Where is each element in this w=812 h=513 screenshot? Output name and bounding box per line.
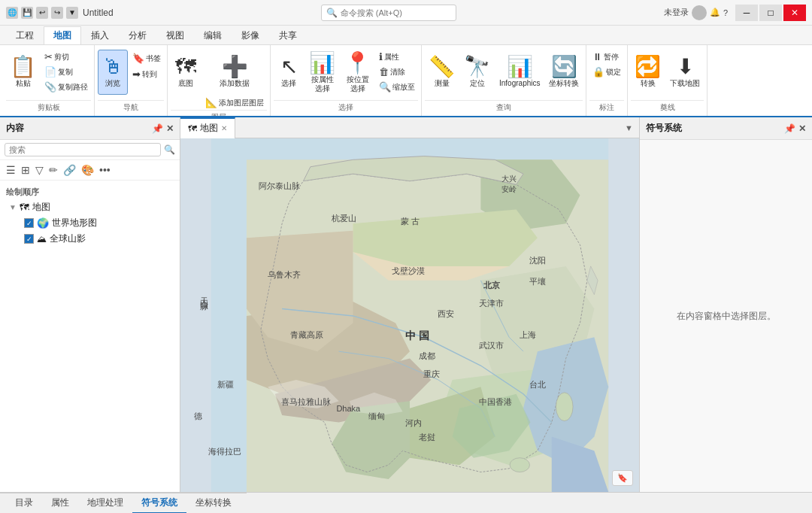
navigation-content: 🖱 浏览 🔖书签 ➡转到	[98, 47, 164, 100]
convert-label: 奠线	[631, 100, 704, 114]
close-button[interactable]: ✕	[783, 5, 806, 21]
map-tab-label: 地图	[200, 122, 218, 135]
link-icon[interactable]: 🔗	[62, 162, 77, 178]
color-icon[interactable]: 🎨	[80, 162, 95, 178]
copy-path-button[interactable]: 📎复制路径	[41, 80, 91, 94]
copy-icon: 📄	[44, 66, 56, 77]
convert-content: 🔁 转换 ⬇ 下载地图	[631, 47, 704, 100]
add-layer-button[interactable]: 📐添加图层图层	[202, 96, 267, 110]
symbol-pin-icon[interactable]: 📌	[784, 123, 795, 134]
tree-item-world-topo[interactable]: ✓ 🌍 世界地形图	[21, 215, 174, 231]
tab-analysis[interactable]: 分析	[119, 26, 156, 44]
tab-share[interactable]: 共享	[269, 26, 307, 44]
bottom-area: 目录 属性 地理处理 符号系统 坐标转换	[0, 492, 812, 513]
content-panel-header: 内容 📌 ✕	[0, 117, 180, 140]
tab-map[interactable]: 地图	[44, 26, 81, 44]
more-icon[interactable]: ▼	[66, 7, 78, 19]
svg-point-1	[556, 393, 573, 421]
infographics-icon: 📊	[507, 56, 533, 77]
list-view-icon[interactable]: ☰	[5, 162, 17, 178]
content-search-icon[interactable]: 🔍	[164, 144, 175, 155]
help-icon[interactable]: ?	[723, 8, 728, 17]
copy-button[interactable]: 📄复制	[41, 65, 91, 79]
tab-insert[interactable]: 插入	[81, 26, 119, 44]
app-logo-icon: 🌐	[6, 7, 18, 19]
selection-col: ℹ属性 🗑清除 🔍缩放至	[376, 50, 418, 94]
layer-label: 图层	[171, 110, 267, 117]
redo-icon[interactable]: ↪	[51, 7, 63, 19]
filter-icon[interactable]: ▽	[34, 162, 45, 178]
paste-icon: 📋	[10, 56, 36, 77]
measure-button[interactable]: 📏 测量	[425, 50, 459, 95]
annotation-label: 标注	[589, 100, 624, 114]
minimize-button[interactable]: ─	[735, 5, 758, 21]
basemap-button[interactable]: 🗺 底图	[171, 50, 201, 95]
panel-close-icon[interactable]: ✕	[166, 123, 174, 134]
select-button[interactable]: ↖ 选择	[274, 50, 304, 95]
tab-imagery[interactable]: 影像	[232, 26, 269, 44]
browse-button[interactable]: 🖱 浏览	[98, 50, 128, 95]
tab-project[interactable]: 工程	[6, 26, 44, 44]
add-data-button[interactable]: ➕ 添加数据	[202, 50, 267, 95]
save-icon[interactable]: 💾	[21, 7, 33, 19]
bottom-tabs-row: 目录 属性 地理处理 符号系统 坐标转换	[0, 493, 812, 513]
clipboard-label: 剪贴板	[6, 100, 91, 114]
dots-icon[interactable]: •••	[98, 162, 112, 178]
bottom-tab-attributes[interactable]: 属性	[42, 493, 78, 513]
paste-button[interactable]: 📋 粘贴	[6, 50, 40, 95]
command-search-input[interactable]	[341, 8, 446, 17]
goto-button[interactable]: ➡转到	[129, 67, 164, 81]
global-hillshade-checkbox[interactable]: ✓	[24, 234, 34, 244]
cut-button[interactable]: ✂剪切	[41, 50, 91, 64]
tab-edit[interactable]: 编辑	[194, 26, 232, 44]
tree-item-map-label: 地图	[32, 201, 50, 214]
ribbon-toolbar: 📋 粘贴 ✂剪切 📄复制 📎复制路径 剪贴板 🖱 浏览 🔖书签 ➡转到	[0, 45, 812, 117]
content-panel-title: 内容	[6, 122, 24, 135]
symbol-close-icon[interactable]: ✕	[798, 123, 806, 134]
infographics-button[interactable]: 📊 Infographics	[495, 50, 544, 95]
properties-button[interactable]: ℹ属性	[376, 50, 418, 64]
map-tab-icon: 🗺	[188, 123, 197, 134]
pause-button[interactable]: ⏸暂停	[589, 50, 624, 64]
tree-item-map[interactable]: ▼ 🗺 地图	[6, 199, 174, 215]
map-tab[interactable]: 🗺 地图 ✕	[180, 117, 235, 138]
lock-button[interactable]: 🔒锁定	[589, 65, 624, 79]
map-tab-close-icon[interactable]: ✕	[221, 124, 227, 132]
cut-icon: ✂	[44, 51, 53, 62]
bottom-tab-symbols[interactable]: 符号系统	[132, 493, 186, 513]
command-search-box[interactable]: 🔍	[321, 5, 456, 21]
zoom-selected-button[interactable]: 🔍缩放至	[376, 80, 418, 94]
lock-icon: 🔒	[592, 66, 604, 77]
map-view[interactable]: 阿尔泰山脉 大兴安岭 杭爱山 蒙 古 天山山脉 乌鲁木齐 戈壁沙漠 沈阳 北京 …	[180, 138, 639, 492]
notification-icon[interactable]: 🔔	[710, 8, 720, 17]
clear-button[interactable]: 🗑清除	[376, 65, 418, 79]
pin-icon[interactable]: 📌	[152, 123, 163, 134]
maximize-button[interactable]: □	[759, 5, 782, 21]
map-tab-dropdown[interactable]: ▼	[625, 123, 639, 132]
coord-convert-button[interactable]: 🔄 坐标转换	[545, 50, 583, 95]
symbol-panel-content: 在内容窗格中选择图层。	[640, 140, 812, 492]
window-title: Untitled	[83, 8, 114, 18]
locate-button[interactable]: 🔭 定位	[460, 50, 494, 95]
loc-select-button[interactable]: 📍 按位置选择	[341, 50, 374, 96]
bookmark-button[interactable]: 🔖书签	[129, 51, 164, 65]
bottom-tab-coord-convert[interactable]: 坐标转换	[186, 493, 241, 513]
content-search-input[interactable]	[5, 143, 161, 156]
bottom-tab-catalog[interactable]: 目录	[6, 493, 42, 513]
attr-select-button[interactable]: 📊 按属性选择	[305, 50, 339, 96]
map-folder-icon: 🗺	[20, 202, 29, 213]
bottom-tab-geoprocessing[interactable]: 地理处理	[78, 493, 132, 513]
login-button[interactable]: 未登录 🔔 ?	[664, 5, 728, 20]
world-topo-checkbox[interactable]: ✓	[24, 218, 34, 228]
map-bookmark-icon[interactable]: 🔖	[612, 470, 633, 486]
download-map-button[interactable]: ⬇ 下载地图	[666, 50, 704, 95]
table-view-icon[interactable]: ⊞	[20, 162, 32, 178]
convert-button[interactable]: 🔁 转换	[631, 50, 665, 95]
annotation-col: ⏸暂停 🔒锁定	[589, 50, 624, 79]
tab-view[interactable]: 视图	[156, 26, 194, 44]
undo-icon[interactable]: ↩	[36, 7, 48, 19]
draw-icon[interactable]: ✏	[47, 162, 59, 178]
map-tools: 🔖	[612, 470, 633, 486]
tree-item-global-hillshade[interactable]: ✓ ⛰ 全球山影	[21, 231, 174, 247]
clipboard-content: 📋 粘贴 ✂剪切 📄复制 📎复制路径	[6, 47, 91, 100]
